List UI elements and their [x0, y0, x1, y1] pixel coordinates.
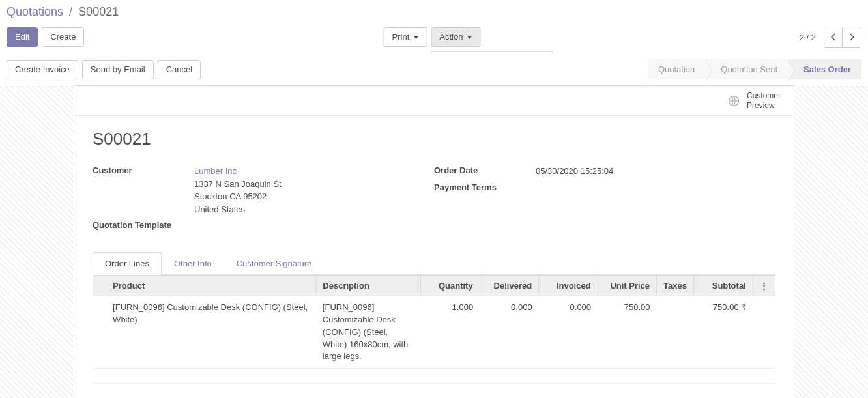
send-email-button[interactable]: Send by Email	[82, 60, 154, 79]
cell-taxes	[657, 296, 694, 369]
customer-addr1: 1337 N San Joaquin St	[194, 179, 282, 189]
action-label: Action	[439, 32, 463, 42]
lines-table-wrap: Product Description Quantity Delivered I…	[93, 275, 775, 369]
col-subtotal[interactable]: Subtotal	[694, 276, 753, 296]
action-dropdown[interactable]: Action	[431, 27, 480, 47]
chevron-left-icon	[831, 33, 836, 41]
caret-down-icon	[467, 36, 472, 39]
status-quotation[interactable]: Quotation	[648, 59, 705, 79]
col-quantity[interactable]: Quantity	[421, 276, 480, 296]
breadcrumb-current: S00021	[78, 5, 119, 18]
customer-addr3: United States	[194, 205, 245, 214]
col-delivered[interactable]: Delivered	[480, 276, 538, 296]
col-invoiced[interactable]: Invoiced	[539, 276, 598, 296]
pager-next[interactable]	[843, 27, 861, 47]
payment-terms-label: Payment Terms	[434, 182, 536, 192]
customer-preview-button[interactable]: Customer Preview	[722, 89, 786, 113]
status-quotation-sent[interactable]: Quotation Sent	[705, 59, 788, 79]
sheet-topbar: Customer Preview	[74, 86, 794, 116]
order-date-value: 05/30/2020 15:25:04	[536, 165, 613, 178]
info-right: Order Date 05/30/2020 15:25:04 Payment T…	[434, 165, 775, 234]
customer-link[interactable]: Lumber Inc	[194, 166, 237, 176]
tab-order-lines[interactable]: Order Lines	[93, 252, 162, 275]
col-unit-price[interactable]: Unit Price	[598, 276, 656, 296]
chevron-right-icon	[849, 33, 854, 41]
create-button[interactable]: Create	[42, 27, 84, 47]
pager-buttons	[824, 27, 861, 48]
info-left: Customer Lumber Inc 1337 N San Joaquin S…	[93, 165, 434, 234]
customer-preview-line2: Preview	[747, 101, 775, 110]
cancel-button[interactable]: Cancel	[158, 60, 201, 79]
info-grid: Customer Lumber Inc 1337 N San Joaquin S…	[93, 165, 775, 234]
tab-customer-signature[interactable]: Customer Signature	[224, 252, 325, 275]
cell-handle	[93, 296, 107, 369]
status-sales-order[interactable]: Sales Order	[788, 59, 861, 79]
breadcrumb-root[interactable]: Quotations	[7, 5, 63, 18]
print-dropdown[interactable]: Print	[384, 27, 427, 47]
customer-value: Lumber Inc 1337 N San Joaquin St Stockto…	[194, 165, 282, 216]
customer-addr2: Stockton CA 95202	[194, 192, 267, 201]
print-label: Print	[392, 32, 410, 42]
customer-preview-line1: Customer	[747, 91, 781, 100]
tabs: Order Lines Other Info Customer Signatur…	[93, 252, 775, 275]
pager-prev[interactable]	[824, 27, 843, 47]
customer-preview-text: Customer Preview	[747, 91, 781, 110]
center-controls: Print Action Delete Duplicate Share Gene…	[384, 27, 485, 47]
cell-product: [FURN_0096] Customizable Desk (CONFIG) (…	[106, 296, 316, 369]
caret-down-icon	[413, 36, 418, 39]
col-taxes[interactable]: Taxes	[657, 276, 694, 296]
cell-quantity: 1.000	[421, 296, 480, 369]
control-bar: Edit Create Print Action Delete Duplicat…	[0, 23, 868, 54]
status-bar: Quotation Quotation Sent Sales Order	[648, 59, 861, 79]
cell-unit-price: 750.00	[598, 296, 656, 369]
table-header-row: Product Description Quantity Delivered I…	[93, 276, 775, 296]
pager: 2 / 2	[800, 27, 861, 48]
breadcrumb-sep: /	[69, 5, 72, 18]
order-date-label: Order Date	[434, 165, 536, 178]
create-invoice-button[interactable]: Create Invoice	[7, 60, 78, 79]
globe-icon	[727, 94, 740, 107]
cell-subtotal: 750.00 ₹	[694, 296, 753, 369]
col-kebab[interactable]: ⋮	[753, 276, 775, 296]
cell-invoiced: 0.000	[539, 296, 598, 369]
bottom-spacer	[93, 383, 775, 398]
tab-other-info[interactable]: Other Info	[162, 252, 224, 275]
edit-button[interactable]: Edit	[7, 27, 38, 47]
col-handle	[93, 276, 107, 296]
form-sheet: Customer Preview S00021 Customer Lumber …	[74, 85, 794, 398]
lines-table: Product Description Quantity Delivered I…	[93, 275, 775, 369]
cell-delivered: 0.000	[480, 296, 538, 369]
action-dropdown-wrapper: Action Delete Duplicate Share Generate a…	[431, 27, 484, 47]
form-background: Customer Preview S00021 Customer Lumber …	[0, 85, 868, 398]
sheet-body: S00021 Customer Lumber Inc 1337 N San Jo…	[74, 116, 794, 398]
order-title: S00021	[93, 129, 775, 149]
cell-kebab	[753, 296, 775, 369]
table-row[interactable]: [FURN_0096] Customizable Desk (CONFIG) (…	[93, 296, 775, 369]
col-product[interactable]: Product	[106, 276, 316, 296]
pager-text: 2 / 2	[800, 33, 816, 42]
customer-label: Customer	[93, 165, 194, 216]
breadcrumb: Quotations / S00021	[0, 0, 868, 23]
template-label: Quotation Template	[93, 220, 194, 230]
action-bar: Create Invoice Send by Email Cancel Quot…	[0, 54, 868, 85]
cell-description: [FURN_0096] Customizable Desk (CONFIG) (…	[316, 296, 421, 369]
col-description[interactable]: Description	[316, 276, 421, 296]
